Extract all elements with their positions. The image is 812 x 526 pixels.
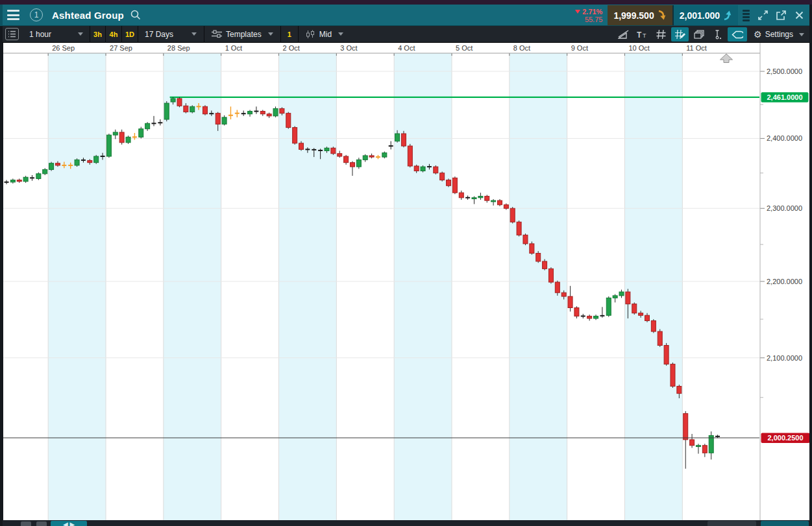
layers-tool-button[interactable] (690, 27, 707, 42)
chart-area: 26 Sep27 Sep28 Sep1 Oct2 Oct3 Oct4 Oct5 … (0, 43, 812, 520)
candle (619, 290, 624, 298)
chevron-down-icon (191, 32, 197, 36)
candle (452, 176, 457, 194)
candle (228, 106, 233, 119)
candle (158, 119, 162, 125)
interval-3h-button[interactable]: 3h (90, 26, 106, 43)
expand-icon (757, 10, 769, 21)
trendline-tool-button[interactable] (615, 27, 632, 42)
candle (75, 158, 79, 167)
price-chart[interactable]: 26 Sep27 Sep28 Sep1 Oct2 Oct3 Oct4 Oct5 … (0, 43, 812, 520)
price-type-dropdown[interactable]: Mid (299, 26, 350, 43)
day-band (164, 53, 221, 520)
bottom-toolbar: ◀ ▶ (0, 520, 812, 526)
candle (568, 286, 572, 312)
bottom-right-teal-button[interactable] (761, 521, 809, 526)
candle (376, 155, 380, 159)
sell-price-button[interactable]: 1,999.500 (608, 5, 673, 25)
candle (5, 180, 9, 185)
candle (548, 267, 553, 283)
measure-tool-button[interactable] (709, 27, 726, 42)
close-button[interactable] (790, 7, 808, 24)
trendline-icon (618, 30, 630, 39)
change-percent: 2.71% (582, 8, 602, 16)
candle (344, 155, 349, 165)
candle (132, 133, 137, 140)
candle (459, 191, 463, 200)
candle (517, 221, 521, 237)
price-tick-label: 2,200.0000 (767, 278, 802, 285)
grid-tool-button[interactable] (652, 27, 670, 42)
search-icon[interactable] (129, 8, 142, 21)
price-tick-label: 2,100.0000 (767, 354, 802, 362)
templates-label: Templates (226, 30, 262, 39)
watchlist-button[interactable] (5, 28, 19, 40)
price-change-block: 2.71% 55.75 (575, 8, 602, 23)
change-points: 55.75 (575, 16, 602, 23)
popout-button[interactable] (772, 7, 790, 24)
screenshot-icon[interactable] (21, 521, 31, 526)
title-bar-right: 2.71% 55.75 1,999.500 2,001.000 (575, 5, 808, 26)
date-label: 27 Sep (110, 44, 132, 52)
candle (658, 329, 662, 346)
candle (248, 110, 252, 116)
drag-handle[interactable] (743, 10, 750, 21)
price-type-value: Mid (319, 30, 332, 39)
menu-button[interactable] (7, 8, 23, 21)
chart-toolbar: 1 hour 3h 4h 1D 17 Days Templates 1 (0, 26, 812, 43)
high-level-badge-label: 2,461.0000 (767, 93, 802, 101)
candle (664, 343, 669, 366)
quick-intervals: 3h 4h 1D (90, 26, 138, 43)
bottom-right-button[interactable] (707, 521, 756, 526)
candlestick-icon (306, 30, 315, 39)
text-tool-button[interactable]: T T (634, 27, 651, 42)
range-dropdown[interactable]: 17 Days (138, 26, 203, 43)
candle (632, 302, 637, 315)
draw-tool-button[interactable] (671, 27, 689, 42)
scroll-arrows-button[interactable]: ◀ ▶ (51, 521, 87, 526)
window-left-edge (0, 26, 3, 526)
buy-price: 2,001.000 (680, 10, 720, 21)
buy-price-button[interactable]: 2,001.000 (674, 5, 738, 25)
price-tick-label: 2,500.0000 (767, 67, 802, 75)
settings-dropdown[interactable]: ⚙ Settings (748, 30, 807, 39)
candle (94, 155, 99, 164)
interval-dropdown[interactable]: 1 hour (23, 26, 90, 43)
chevron-down-icon (799, 33, 804, 36)
interval-4h-button[interactable]: 4h (106, 26, 122, 43)
candle (145, 122, 150, 131)
chart-window: 1 Ashtead Group 2.71% 55.75 1,999.500 (0, 0, 812, 526)
instrument-title: Ashtead Group (52, 10, 124, 21)
candle (164, 101, 169, 121)
crosshair-icon[interactable] (36, 521, 47, 526)
candle (651, 319, 656, 333)
candle (401, 131, 406, 147)
chart-count-button[interactable]: 1 (282, 30, 297, 38)
buy-up-arrow-icon (723, 10, 732, 21)
layers-icon (694, 30, 704, 39)
candle (671, 363, 675, 388)
candle (447, 178, 451, 187)
scroll-to-latest-button[interactable] (720, 54, 733, 63)
candle (581, 314, 585, 318)
date-label: 11 Oct (686, 44, 707, 52)
candle (709, 431, 713, 459)
interval-1d-button[interactable]: 1D (122, 26, 138, 43)
candle (478, 193, 483, 200)
candle (440, 172, 445, 182)
expand-button[interactable] (754, 7, 772, 24)
window-top-strip (0, 0, 812, 5)
interval-value: 1 hour (29, 30, 51, 39)
templates-dropdown[interactable]: Templates (205, 26, 280, 43)
candle (152, 116, 156, 126)
candle (497, 199, 502, 206)
measure-icon (713, 30, 722, 40)
eraser-tool-button[interactable] (728, 27, 747, 42)
day-band (48, 53, 106, 520)
text-icon: T T (637, 30, 648, 39)
templates-sliders-icon (212, 30, 222, 38)
candle (235, 110, 240, 117)
date-label: 8 Oct (513, 44, 530, 52)
candle (119, 130, 124, 145)
candle (203, 105, 207, 115)
